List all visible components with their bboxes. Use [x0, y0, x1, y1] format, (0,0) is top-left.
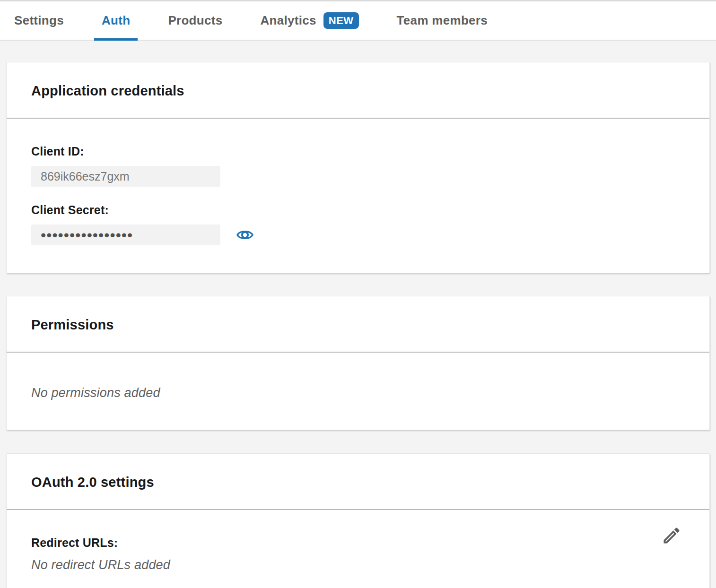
redirect-urls-label: Redirect URLs:	[31, 536, 685, 550]
tab-settings-label: Settings	[14, 13, 64, 28]
application-credentials-card: Application credentials Client ID: 869ik…	[6, 62, 710, 273]
oauth-settings-title: OAuth 2.0 settings	[31, 475, 685, 490]
client-secret-label: Client Secret:	[31, 203, 685, 217]
tab-products-label: Products	[168, 13, 222, 28]
tab-analytics[interactable]: Analytics NEW	[253, 1, 366, 40]
tab-team-members-label: Team members	[397, 13, 488, 28]
client-secret-field[interactable]: ••••••••••••••••	[31, 225, 220, 245]
pencil-icon	[661, 540, 682, 547]
tab-settings[interactable]: Settings	[7, 1, 71, 40]
tab-team-members[interactable]: Team members	[389, 1, 495, 40]
oauth-settings-header: OAuth 2.0 settings	[7, 454, 709, 510]
tab-auth-label: Auth	[102, 13, 130, 28]
new-badge: NEW	[323, 12, 359, 29]
tab-analytics-label: Analytics	[260, 13, 316, 28]
application-credentials-title: Application credentials	[31, 83, 685, 99]
client-id-label: Client ID:	[31, 145, 685, 158]
permissions-title: Permissions	[31, 317, 685, 333]
permissions-body: No permissions added	[7, 353, 709, 430]
application-credentials-body: Client ID: 869ik66esz7gxm Client Secret:…	[7, 119, 709, 273]
tab-products[interactable]: Products	[160, 1, 230, 40]
permissions-empty-text: No permissions added	[31, 386, 685, 400]
permissions-card: Permissions No permissions added	[6, 296, 710, 430]
redirect-urls-empty-text: No redirect URLs added	[31, 558, 685, 572]
oauth-settings-body: Redirect URLs: No redirect URLs added	[7, 510, 709, 588]
reveal-secret-button[interactable]	[236, 228, 253, 242]
permissions-header: Permissions	[7, 296, 709, 353]
tab-auth[interactable]: Auth	[94, 1, 138, 40]
client-secret-row: ••••••••••••••••	[31, 217, 685, 245]
application-credentials-header: Application credentials	[7, 62, 709, 119]
auth-page: Application credentials Client ID: 869ik…	[0, 62, 716, 588]
client-id-field[interactable]: 869ik66esz7gxm	[31, 166, 220, 187]
eye-icon	[236, 236, 253, 243]
oauth-settings-card: OAuth 2.0 settings Redirect URLs: No red…	[6, 453, 710, 588]
edit-redirect-urls-button[interactable]	[661, 525, 682, 546]
app-tabs: Settings Auth Products Analytics NEW Tea…	[0, 0, 716, 41]
